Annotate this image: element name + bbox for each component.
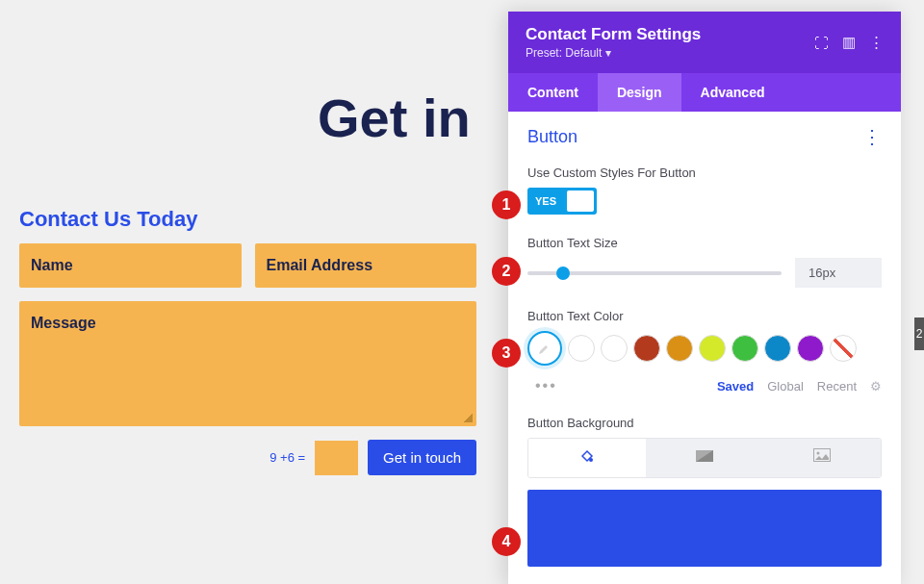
annotation-4: 4 [492,527,521,556]
panel-tabs: Content Design Advanced [508,73,901,112]
edge-tab[interactable]: 2 [914,317,924,350]
paint-icon [579,448,595,464]
text-size-value[interactable]: 16px [795,258,882,288]
panel-title: Contact Form Settings [526,25,701,44]
page-title: Get in [318,87,471,149]
svg-point-0 [589,458,593,462]
name-field[interactable]: Name [19,243,242,288]
section-more-icon[interactable]: ⋮ [862,125,882,148]
form-heading: Contact Us Today [19,207,197,232]
annotation-1: 1 [492,190,521,219]
swatch-amber[interactable] [666,335,693,362]
contact-form: Name Email Address Message 9 +6 = Get in… [19,243,476,475]
slider-thumb[interactable] [556,267,570,280]
bg-color-preview[interactable] [527,490,882,567]
swatch-selected[interactable] [527,331,562,366]
custom-styles-toggle[interactable]: YES [527,188,597,215]
captcha-input[interactable] [315,441,358,475]
bg-tab-gradient[interactable] [646,439,763,477]
gradient-icon [696,450,713,462]
swatch-more-icon[interactable]: ••• [527,377,557,394]
submit-button[interactable]: Get in touch [368,440,476,475]
captcha-label: 9 +6 = [270,450,305,465]
swatch-brick[interactable] [633,335,660,362]
palette-tab-global[interactable]: Global [767,379,804,394]
palette-tab-saved[interactable]: Saved [717,379,754,394]
tab-advanced[interactable]: Advanced [681,73,784,112]
bg-tab-color[interactable] [528,439,646,477]
eyedropper-icon [537,341,552,356]
expand-icon[interactable]: ⛶ [814,35,829,51]
help-icon[interactable]: ▥ [842,34,856,51]
tab-content[interactable]: Content [508,73,598,112]
page-canvas: Get in Contact Us Today Name Email Addre… [0,0,924,584]
swatch-black[interactable] [568,335,595,362]
image-icon [813,448,831,462]
palette-tab-recent[interactable]: Recent [817,379,857,394]
message-field[interactable]: Message [19,301,476,426]
menu-icon[interactable]: ⋮ [869,34,884,51]
section-button-label: Button [527,127,578,147]
annotation-3: 3 [492,339,521,368]
annotation-2: 2 [492,257,521,286]
text-size-slider[interactable] [527,271,782,275]
swatch-lime[interactable] [699,335,726,362]
swatch-none[interactable] [830,335,857,362]
custom-styles-label: Use Custom Styles For Button [527,165,882,180]
tab-design[interactable]: Design [598,73,681,112]
svg-point-3 [817,452,820,455]
panel-preset[interactable]: Preset: Default ▾ [526,46,701,60]
swatch-purple[interactable] [797,335,824,362]
toggle-yes-label: YES [527,195,564,207]
palette-gear-icon[interactable]: ⚙ [870,379,882,394]
email-field[interactable]: Email Address [255,243,477,288]
swatch-white[interactable] [601,335,628,362]
settings-panel: Contact Form Settings Preset: Default ▾ … [508,12,901,584]
bg-tab-image[interactable] [763,439,881,477]
section-button[interactable]: Button ⋮ [527,125,882,148]
panel-header: Contact Form Settings Preset: Default ▾ … [508,12,901,73]
swatch-teal[interactable] [764,335,791,362]
text-color-label: Button Text Color [527,309,882,323]
text-size-label: Button Text Size [527,236,882,250]
toggle-knob [567,190,594,212]
bg-label: Button Background [527,416,882,430]
swatch-green[interactable] [732,335,758,362]
